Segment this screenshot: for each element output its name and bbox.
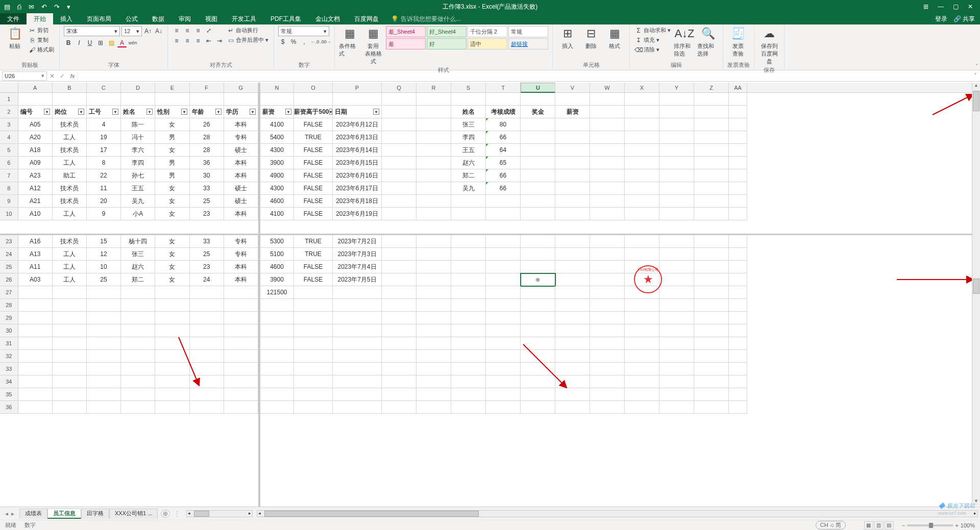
view-page-layout-button[interactable]: ▥ (874, 521, 884, 529)
cell-Q10[interactable] (382, 208, 416, 220)
cell-AA35[interactable] (729, 388, 747, 401)
ime-indicator[interactable]: CH ♫ 简 (816, 521, 846, 529)
cell-Q6[interactable] (382, 157, 416, 169)
cell-AA24[interactable] (729, 248, 747, 261)
cell-Y2[interactable] (659, 106, 694, 118)
cell-X4[interactable] (625, 131, 659, 144)
cell-B28[interactable] (53, 299, 87, 312)
cell-A9[interactable]: A21 (18, 195, 53, 208)
cell-X31[interactable] (625, 337, 659, 350)
cell-N32[interactable] (260, 350, 294, 363)
cell-G6[interactable]: 本科 (224, 157, 258, 169)
wrap-text-button[interactable]: ↵自动换行 (226, 26, 270, 35)
currency-button[interactable]: $ (278, 37, 287, 46)
cell-Z30[interactable] (694, 324, 729, 337)
cell-V1[interactable] (555, 93, 590, 106)
cell-Y32[interactable] (659, 350, 694, 363)
cell-S29[interactable] (451, 312, 486, 324)
filter-dropdown-P[interactable]: ▾ (373, 109, 379, 115)
cell-Z4[interactable] (694, 131, 729, 144)
cell-B9[interactable]: 技术员 (53, 195, 87, 208)
cell-AA32[interactable] (729, 350, 747, 363)
cell-O1[interactable] (294, 93, 333, 106)
cell-G35[interactable] (224, 388, 258, 401)
cell-G33[interactable] (224, 363, 258, 375)
col-header-E[interactable]: E (155, 83, 189, 92)
cell-F36[interactable] (190, 401, 224, 414)
cell-S10[interactable] (451, 208, 486, 220)
cell-S6[interactable]: 赵六 (451, 157, 486, 169)
cell-P3[interactable]: 2023年6月12日 (333, 118, 382, 131)
cell-U36[interactable] (521, 401, 555, 414)
cell-C25[interactable]: 10 (87, 261, 121, 273)
cell-R30[interactable] (416, 324, 451, 337)
cell-Y7[interactable] (659, 169, 694, 182)
cell-O7[interactable]: FALSE (294, 169, 333, 182)
cell-D10[interactable]: 小A (121, 208, 155, 220)
format-painter-button[interactable]: 🖌格式刷 (28, 45, 55, 54)
cell-V28[interactable] (555, 299, 590, 312)
cell-X34[interactable] (625, 375, 659, 388)
sheet-nav-last-icon[interactable]: ▸ (11, 510, 14, 517)
cell-AA36[interactable] (729, 401, 747, 414)
cell-F10[interactable]: 23 (190, 208, 224, 220)
cell-Y6[interactable] (659, 157, 694, 169)
cell-C8[interactable]: 11 (87, 182, 121, 195)
cell-A1[interactable] (18, 93, 53, 106)
cell-P26[interactable]: 2023年7月5日 (333, 273, 382, 286)
cell-T36[interactable] (486, 401, 521, 414)
row-header-1[interactable]: 1 (0, 93, 18, 106)
cell-X27[interactable] (625, 286, 659, 299)
row-header-9[interactable]: 9 (0, 195, 18, 208)
cell-B23[interactable]: 技术员 (53, 235, 87, 248)
cell-U1[interactable] (521, 93, 555, 106)
cell-O25[interactable]: FALSE (294, 261, 333, 273)
cell-Z36[interactable] (694, 401, 729, 414)
cell-A26[interactable]: A03 (18, 273, 53, 286)
row-header-10[interactable]: 10 (0, 208, 18, 220)
row-header-8[interactable]: 8 (0, 182, 18, 195)
cell-A28[interactable] (18, 299, 53, 312)
cell-AA23[interactable] (729, 235, 747, 248)
cell-T10[interactable] (486, 208, 521, 220)
cell-D29[interactable] (121, 312, 155, 324)
qa-menu-icon[interactable]: ▤ (4, 3, 10, 11)
autosum-button[interactable]: Σ自动求和▾ (634, 26, 672, 35)
row-header-25[interactable]: 25 (0, 261, 18, 273)
comma-button[interactable]: , (300, 37, 309, 46)
cell-N34[interactable] (260, 375, 294, 388)
cell-X23[interactable] (625, 235, 659, 248)
cell-Y9[interactable] (659, 195, 694, 208)
view-normal-button[interactable]: ▦ (864, 521, 873, 529)
cell-O31[interactable] (294, 337, 333, 350)
cell-N9[interactable]: 4600 (260, 195, 294, 208)
cell-P35[interactable] (333, 388, 382, 401)
row-header-24[interactable]: 24 (0, 248, 18, 261)
col-header-S[interactable]: S (451, 83, 486, 92)
cell-U8[interactable] (521, 182, 555, 195)
cell-R4[interactable] (416, 131, 451, 144)
cell-B34[interactable] (53, 375, 87, 388)
cell-D3[interactable]: 陈一 (121, 118, 155, 131)
cell-D34[interactable] (121, 375, 155, 388)
cell-T35[interactable] (486, 388, 521, 401)
indent-dec-button[interactable]: ⇤ (204, 36, 213, 45)
cell-T2[interactable]: 考核成绩 (486, 106, 521, 118)
cell-AA27[interactable] (729, 286, 747, 299)
cell-F28[interactable] (190, 299, 224, 312)
cell-F24[interactable]: 25 (190, 248, 224, 261)
zoom-level[interactable]: 100% (961, 522, 975, 528)
col-header-C[interactable]: C (87, 83, 121, 92)
cell-B7[interactable]: 助工 (53, 169, 87, 182)
row-header-23[interactable]: 23 (0, 235, 18, 248)
fill-button[interactable]: ↧填充▾ (634, 36, 672, 44)
cell-O3[interactable]: FALSE (294, 118, 333, 131)
cell-Y26[interactable] (659, 273, 694, 286)
cell-A30[interactable] (18, 324, 53, 337)
cell-G10[interactable]: 本科 (224, 208, 258, 220)
cell-S28[interactable] (451, 299, 486, 312)
style-normal[interactable]: 常规 (508, 26, 548, 37)
paste-button[interactable]: 📋粘贴 (4, 26, 26, 50)
cell-S27[interactable] (451, 286, 486, 299)
cell-U23[interactable] (521, 235, 555, 248)
